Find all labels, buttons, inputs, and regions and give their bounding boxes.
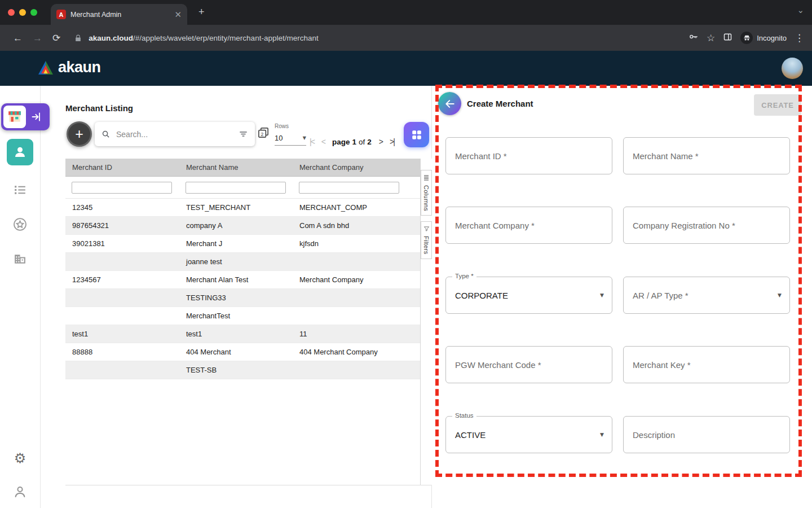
table-row[interactable]: 987654321 company A Com A sdn bhd bbox=[65, 217, 420, 235]
add-merchant-button[interactable]: + bbox=[67, 121, 92, 147]
tab-list-chevron-icon[interactable]: ⌄ bbox=[797, 5, 804, 15]
grid-icon bbox=[411, 129, 423, 141]
address-bar[interactable]: akaun.cloud/#/applets/wavelet/erp/entity… bbox=[89, 34, 318, 42]
chevron-down-icon: ▼ bbox=[778, 292, 782, 298]
column-header-merchant-company[interactable]: Merchant Company bbox=[293, 163, 420, 172]
view-grid-button[interactable] bbox=[404, 122, 429, 147]
last-page-icon[interactable]: >| bbox=[390, 137, 394, 146]
next-page-icon[interactable]: > bbox=[379, 137, 382, 146]
pgw-merchant-code-field[interactable] bbox=[445, 346, 612, 383]
arrow-left-icon bbox=[444, 98, 456, 110]
table-row[interactable]: MerchantTest bbox=[65, 307, 420, 325]
rows-per-page-label: Rows bbox=[275, 123, 289, 129]
table-row[interactable]: 88888 404 Merchant 404 Merchant Company bbox=[65, 343, 420, 361]
filter-merchant-id-input[interactable] bbox=[72, 182, 172, 194]
page-of-word: of bbox=[359, 138, 365, 146]
akaun-logo-icon bbox=[37, 60, 54, 75]
sidebar-item-listing[interactable] bbox=[0, 183, 40, 197]
browser-menu-icon[interactable]: ⋮ bbox=[795, 32, 804, 44]
person-outline-icon bbox=[12, 484, 28, 500]
pages-icon: 2 bbox=[257, 126, 270, 142]
type-select[interactable]: Type * CORPORATE ▼ bbox=[445, 277, 612, 314]
first-page-icon[interactable]: |< bbox=[310, 137, 314, 146]
merchant-name-input[interactable] bbox=[624, 138, 789, 174]
user-avatar[interactable] bbox=[782, 58, 803, 79]
columns-tab[interactable]: Columns bbox=[421, 170, 432, 216]
table-row[interactable]: TESTING33 bbox=[65, 289, 420, 307]
window-zoom-button[interactable] bbox=[30, 9, 37, 16]
merchant-company-field[interactable] bbox=[445, 207, 612, 244]
create-button[interactable]: CREATE bbox=[754, 94, 801, 116]
sidebar-item-settings[interactable]: ⚙ bbox=[0, 450, 40, 466]
window-close-button[interactable] bbox=[8, 9, 15, 16]
table-side-tabs: Columns Filters bbox=[420, 159, 432, 485]
cell-merchant-name: joanne test bbox=[179, 257, 293, 266]
company-registration-field[interactable] bbox=[623, 207, 790, 244]
filter-merchant-name-input[interactable] bbox=[186, 182, 286, 194]
store-icon bbox=[3, 106, 26, 128]
page-total: 2 bbox=[367, 138, 372, 146]
window-minimize-button[interactable] bbox=[19, 9, 26, 16]
back-icon[interactable]: ← bbox=[13, 33, 23, 43]
filters-tab-label: Filters bbox=[423, 236, 430, 255]
column-header-merchant-id[interactable]: Merchant ID bbox=[65, 163, 179, 172]
description-field[interactable] bbox=[623, 416, 790, 453]
sidebar-item-merchant-applet[interactable] bbox=[1, 103, 50, 130]
sidebar-item-merchants[interactable] bbox=[7, 139, 33, 165]
incognito-icon bbox=[740, 32, 753, 44]
panel-title: Create Merchant bbox=[467, 99, 533, 108]
search-box[interactable] bbox=[95, 122, 255, 146]
rows-per-page-select[interactable]: 10 ▼ bbox=[275, 130, 306, 146]
type-select-label: Type * bbox=[452, 273, 476, 279]
merchant-company-input[interactable] bbox=[446, 207, 612, 243]
reload-icon[interactable]: ⟳ bbox=[52, 33, 60, 43]
status-select[interactable]: Status ACTIVE ▼ bbox=[445, 416, 612, 453]
new-tab-button[interactable]: + bbox=[195, 5, 208, 19]
ar-ap-type-select[interactable]: AR / AP Type * ▼ bbox=[623, 277, 790, 314]
browser-toolbar: ← → ⟳ akaun.cloud/#/applets/wavelet/erp/… bbox=[0, 25, 812, 51]
svg-text:2: 2 bbox=[261, 132, 264, 137]
sidebar-item-organization[interactable] bbox=[0, 252, 40, 266]
url-domain: akaun.cloud bbox=[89, 34, 133, 42]
side-panel-icon[interactable] bbox=[723, 32, 732, 44]
filters-tab[interactable]: Filters bbox=[421, 221, 432, 259]
column-header-merchant-name[interactable]: Merchant Name bbox=[179, 163, 293, 172]
cell-merchant-id: test1 bbox=[65, 330, 179, 338]
browser-tab[interactable]: A Merchant Admin ✕ bbox=[51, 4, 187, 25]
table-row[interactable]: joanne test bbox=[65, 253, 420, 271]
table-row[interactable]: 1234567 Merchant Alan Test Merchant Comp… bbox=[65, 271, 420, 289]
status-select-label: Status bbox=[452, 412, 476, 419]
description-input[interactable] bbox=[624, 417, 789, 453]
pgw-merchant-code-input[interactable] bbox=[446, 347, 612, 383]
cell-merchant-id: 39021381 bbox=[65, 239, 179, 248]
bookmark-star-icon[interactable]: ☆ bbox=[707, 33, 715, 43]
star-circle-icon bbox=[12, 217, 28, 232]
tab-close-icon[interactable]: ✕ bbox=[174, 10, 182, 20]
lock-icon[interactable] bbox=[74, 34, 82, 42]
merchant-key-input[interactable] bbox=[624, 347, 789, 383]
table-row[interactable]: 39021381 Merchant J kjfsdn bbox=[65, 235, 420, 253]
list-icon bbox=[13, 183, 27, 197]
back-button[interactable] bbox=[438, 92, 461, 115]
sidebar-item-profile[interactable] bbox=[0, 484, 40, 500]
browser-tab-strip: A Merchant Admin ✕ + ⌄ bbox=[0, 0, 812, 25]
table-row[interactable]: 12345 TEST_MERCHANT MERCHANT_COMP bbox=[65, 199, 420, 217]
filter-merchant-company-input[interactable] bbox=[299, 182, 399, 194]
sidebar-item-favorites[interactable] bbox=[0, 217, 40, 232]
company-registration-input[interactable] bbox=[624, 207, 789, 243]
page-current: 1 bbox=[352, 138, 357, 146]
table-row[interactable]: TEST-SB bbox=[65, 361, 420, 379]
forward-icon[interactable]: → bbox=[33, 33, 42, 43]
columns-icon bbox=[423, 174, 430, 181]
passwords-key-icon[interactable] bbox=[689, 32, 699, 44]
table-row[interactable]: test1 test1 11 bbox=[65, 325, 420, 343]
search-input[interactable] bbox=[115, 129, 239, 139]
cell-merchant-id: 1234567 bbox=[65, 275, 179, 284]
prev-page-icon[interactable]: < bbox=[321, 137, 325, 146]
merchant-id-field[interactable] bbox=[445, 137, 612, 174]
merchant-name-field[interactable] bbox=[623, 137, 790, 174]
filter-list-icon[interactable] bbox=[239, 129, 248, 139]
merchant-id-input[interactable] bbox=[446, 138, 612, 174]
merchant-key-field[interactable] bbox=[623, 346, 790, 383]
cell-merchant-id: 88888 bbox=[65, 348, 179, 356]
